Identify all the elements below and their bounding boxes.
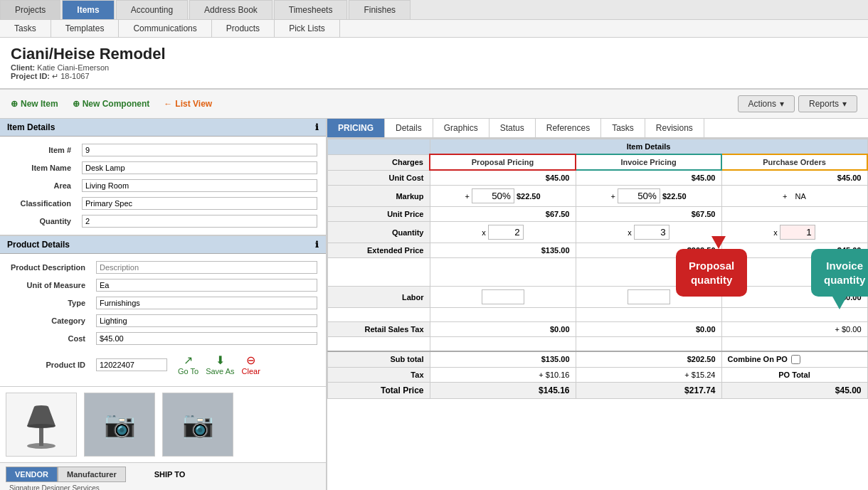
- pricing-area: Item Details Charges Proposal Pricing In…: [327, 139, 868, 490]
- project-client: Client: Katie Ciani-Emerson: [11, 63, 857, 72]
- photo-upload-2[interactable]: 📷: [162, 393, 233, 457]
- tab-templates[interactable]: Templates: [51, 20, 120, 37]
- tab-revisions[interactable]: Revisions: [645, 119, 704, 137]
- product-details-header: Product Details ℹ: [0, 236, 326, 254]
- po-header: Purchase Orders: [721, 154, 867, 170]
- tab-accounting[interactable]: Accounting: [116, 0, 188, 19]
- extended-price-invoice: $202.50: [576, 243, 721, 258]
- plus-tax: +: [835, 325, 839, 334]
- reports-dropdown[interactable]: Reports ▾: [798, 95, 857, 112]
- project-id: Project ID: ↵ 18-1067: [11, 72, 857, 81]
- info-icon[interactable]: ℹ: [315, 122, 319, 132]
- tab-pick-lists[interactable]: Pick Lists: [275, 20, 340, 37]
- labor-input-invoice[interactable]: [628, 289, 670, 304]
- tab-details[interactable]: Details: [385, 119, 433, 137]
- tax-row: Tax + $10.16 + $15.24 PO Total: [328, 367, 868, 382]
- plus-icon2: ⊕: [73, 99, 80, 109]
- tab-graphics[interactable]: Graphics: [433, 119, 489, 137]
- new-component-button[interactable]: ⊕ New Component: [73, 99, 150, 109]
- labor-po-val: $0.00: [721, 258, 867, 287]
- tab-pricing[interactable]: PRICING: [327, 119, 385, 137]
- extended-price-proposal: $135.00: [430, 243, 576, 258]
- project-title: Ciani/Heise Remodel: [11, 45, 857, 63]
- classification-input[interactable]: [82, 197, 317, 210]
- clear-icon: ⊖: [246, 353, 255, 367]
- clear-button[interactable]: ⊖ Clear: [242, 353, 260, 376]
- item-details-col-header: Item Details: [430, 139, 867, 155]
- tab-timesheets[interactable]: Timesheets: [274, 0, 348, 19]
- svg-point-4: [34, 405, 48, 408]
- markup-pct-proposal[interactable]: [472, 188, 514, 203]
- camera-icon2: 📷: [182, 410, 214, 440]
- plus-icon: ⊕: [11, 99, 18, 109]
- quantity-input-invoice[interactable]: [634, 225, 669, 240]
- tab-status[interactable]: Status: [489, 119, 536, 137]
- product-id-input[interactable]: [96, 358, 167, 371]
- left-panel: Item Details ℹ Item # Item Name Area Cla…: [0, 119, 327, 490]
- item-num-input[interactable]: [82, 144, 317, 156]
- pricing-tabs: PRICING Details Graphics Status Referenc…: [327, 119, 868, 139]
- area-input[interactable]: [82, 179, 317, 192]
- tab-communications[interactable]: Communications: [119, 20, 211, 37]
- plus-sign: +: [465, 192, 469, 201]
- tab-references[interactable]: References: [536, 119, 601, 137]
- uom-input[interactable]: [96, 279, 317, 292]
- description-label: Product Description: [6, 260, 91, 275]
- labor-row: Labor $0.00: [328, 287, 868, 308]
- cost-input[interactable]: [96, 332, 317, 345]
- plus-tax-proposal: +: [539, 371, 543, 379]
- category-input[interactable]: [96, 314, 317, 327]
- type-label: Type: [6, 295, 91, 311]
- vendor-area: VENDOR Manufacturer SHIP TO Signature De…: [0, 462, 326, 490]
- markup-val-po: NA: [795, 192, 806, 201]
- goto-button[interactable]: ↗ Go To: [178, 353, 199, 376]
- quantity-input-po[interactable]: [780, 225, 815, 240]
- new-item-button[interactable]: ⊕ New Item: [11, 99, 58, 109]
- svg-point-3: [27, 424, 55, 428]
- product-id-label: Product ID: [6, 348, 91, 380]
- sub-total-row: Sub total $135.00 $202.50 Combine On PO: [328, 351, 868, 368]
- tab-tasks[interactable]: Tasks: [601, 119, 645, 137]
- save-as-button[interactable]: ⬇ Save As: [206, 353, 234, 376]
- info-icon2[interactable]: ℹ: [315, 240, 319, 250]
- markup-val-proposal: $22.50: [517, 192, 541, 201]
- combine-on-po: Combine On PO: [721, 351, 867, 368]
- product-id-buttons: ↗ Go To ⬇ Save As ⊖ Clear: [178, 350, 260, 379]
- action-bar-right: Actions ▾ Reports ▾: [738, 95, 857, 112]
- quantity-po: x: [721, 222, 867, 243]
- markup-val-invoice: $22.50: [662, 192, 687, 201]
- plus-tax-invoice: +: [684, 371, 689, 379]
- photo-upload-1[interactable]: 📷: [84, 393, 155, 457]
- chevron-down-icon2: ▾: [842, 99, 847, 109]
- proposal-header: Proposal Pricing: [430, 154, 576, 170]
- quantity-input-proposal[interactable]: [488, 225, 524, 240]
- manufacturer-tab[interactable]: Manufacturer: [58, 467, 126, 482]
- labor-input-proposal[interactable]: [482, 289, 524, 304]
- retail-tax-row: Retail Sales Tax $0.00 $0.00 + $0.00: [328, 322, 868, 337]
- item-name-input[interactable]: [82, 161, 317, 174]
- tab-products[interactable]: Products: [212, 20, 275, 37]
- description-input[interactable]: [96, 261, 317, 274]
- svg-rect-1: [39, 426, 43, 446]
- invoice-header: Invoice Pricing: [576, 154, 721, 170]
- markup-proposal: + $22.50: [430, 186, 576, 207]
- actions-dropdown[interactable]: Actions ▾: [738, 95, 795, 112]
- combine-checkbox[interactable]: [791, 355, 800, 364]
- markup-pct-invoice[interactable]: [618, 188, 660, 203]
- tab-items[interactable]: Items: [62, 0, 114, 19]
- plus-sign2: +: [610, 192, 615, 201]
- product-photo: [6, 393, 77, 457]
- combine-label: Combine On PO: [728, 355, 788, 363]
- vendor-tab[interactable]: VENDOR: [6, 467, 58, 482]
- item-num-label: Item #: [6, 142, 77, 158]
- tab-address-book[interactable]: Address Book: [189, 0, 272, 19]
- unit-cost-label: Unit Cost: [328, 170, 430, 186]
- quantity-input[interactable]: [82, 215, 317, 228]
- quantity-row: Quantity x x x: [328, 222, 868, 243]
- tab-finishes[interactable]: Finishes: [349, 0, 411, 19]
- list-view-button[interactable]: ← List View: [164, 99, 212, 109]
- sub-total-label: Sub total: [328, 351, 430, 368]
- tab-tasks[interactable]: Tasks: [0, 20, 51, 37]
- type-input[interactable]: [96, 297, 317, 309]
- tab-projects[interactable]: Projects: [0, 0, 60, 19]
